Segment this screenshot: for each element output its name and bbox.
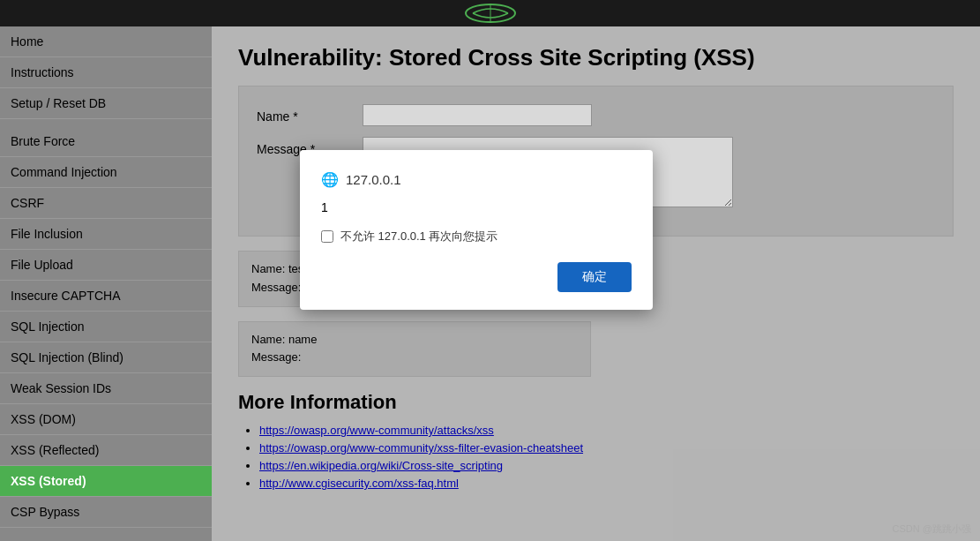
sidebar-item-xss-reflected[interactable]: XSS (Reflected) bbox=[0, 435, 212, 466]
sidebar-item-sql-injection-blind[interactable]: SQL Injection (Blind) bbox=[0, 342, 212, 373]
dialog-confirm-button[interactable]: 确定 bbox=[557, 262, 632, 292]
sidebar-item-insecure-captcha[interactable]: Insecure CAPTCHA bbox=[0, 281, 212, 312]
sidebar-item-file-inclusion[interactable]: File Inclusion bbox=[0, 219, 212, 250]
sidebar-item-sql-injection[interactable]: SQL Injection bbox=[0, 312, 212, 342]
sidebar-top-section: Home Instructions Setup / Reset DB bbox=[0, 26, 212, 119]
watermark: CSDN @跳跳小强 bbox=[893, 522, 971, 536]
globe-icon: 🌐 bbox=[321, 171, 339, 188]
dialog-checkbox-label: 不允许 127.0.0.1 再次向您提示 bbox=[340, 229, 497, 244]
dvwa-logo bbox=[464, 3, 517, 24]
sidebar-item-xss-dom[interactable]: XSS (DOM) bbox=[0, 404, 212, 435]
content-area: Vulnerability: Stored Cross Site Scripti… bbox=[212, 26, 980, 541]
sidebar-item-csrf[interactable]: CSRF bbox=[0, 188, 212, 219]
dialog-footer: 确定 bbox=[321, 262, 632, 292]
sidebar-item-instructions[interactable]: Instructions bbox=[0, 57, 212, 88]
sidebar-item-weak-session-ids[interactable]: Weak Session IDs bbox=[0, 373, 212, 404]
dialog-checkbox-row: 不允许 127.0.0.1 再次向您提示 bbox=[321, 229, 632, 244]
sidebar-item-brute-force[interactable]: Brute Force bbox=[0, 126, 212, 157]
dialog-box: 🌐 127.0.0.1 1 不允许 127.0.0.1 再次向您提示 确定 bbox=[300, 150, 653, 310]
main-layout: Home Instructions Setup / Reset DB Brute… bbox=[0, 26, 980, 541]
dialog-header: 🌐 127.0.0.1 bbox=[321, 171, 632, 188]
dialog-checkbox[interactable] bbox=[321, 230, 333, 243]
sidebar-item-home[interactable]: Home bbox=[0, 26, 212, 57]
top-bar bbox=[0, 0, 980, 26]
sidebar-item-file-upload[interactable]: File Upload bbox=[0, 250, 212, 281]
sidebar-item-xss-stored[interactable]: XSS (Stored) bbox=[0, 466, 212, 497]
sidebar-item-csp-bypass[interactable]: CSP Bypass bbox=[0, 497, 212, 528]
sidebar: Home Instructions Setup / Reset DB Brute… bbox=[0, 26, 212, 541]
dialog-message: 1 bbox=[321, 200, 632, 214]
dialog-overlay: 🌐 127.0.0.1 1 不允许 127.0.0.1 再次向您提示 确定 bbox=[212, 26, 980, 541]
sidebar-item-setup[interactable]: Setup / Reset DB bbox=[0, 88, 212, 119]
sidebar-item-command-injection[interactable]: Command Injection bbox=[0, 157, 212, 188]
dialog-host: 127.0.0.1 bbox=[346, 172, 401, 187]
